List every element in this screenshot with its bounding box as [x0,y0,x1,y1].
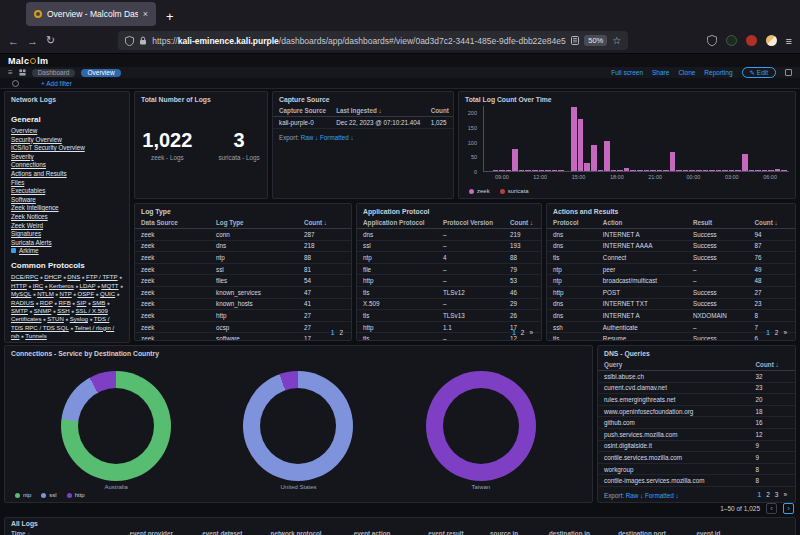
zeek-bar[interactable] [624,168,630,171]
column-header[interactable]: Count ↓ [504,217,541,229]
zeek-bar[interactable] [591,145,597,171]
page-button[interactable]: 1 [766,329,770,336]
sidebar-link[interactable]: OSPF [78,290,95,297]
table-row[interactable]: file–79 [357,263,541,275]
zeek-bar[interactable] [775,169,781,171]
zeek-bar[interactable] [709,170,715,171]
column-header[interactable]: network.protocol [265,528,348,535]
zeek-bar[interactable] [539,170,545,171]
sidebar-link[interactable]: Severity [11,153,123,162]
kali-extension-icon[interactable] [726,35,737,46]
table-row[interactable]: current.cvd.clamav.net23 [598,382,795,394]
column-header[interactable]: Count ↓ [298,217,351,229]
zeek-bar[interactable] [532,170,538,171]
table-row[interactable]: dnsINTERNET ANXDOMAIN8 [547,310,795,322]
forward-button[interactable]: → [27,35,38,47]
legend-item[interactable]: suricata [500,188,529,194]
export-raw-link[interactable]: Raw ↓ [301,134,319,141]
sidebar-link[interactable]: MySQL [11,290,31,297]
table-row[interactable]: rules.emergingthreats.net20 [598,394,795,406]
zeek-bar[interactable] [716,170,722,171]
zeek-bar[interactable] [512,149,518,171]
donut-chart[interactable] [243,371,353,481]
column-header[interactable]: Time ↓ [5,528,124,535]
bookmark-star-icon[interactable]: ☆ [612,35,621,46]
table-row[interactable]: zeekfiles54 [135,275,351,287]
sidebar-link[interactable]: Executables [11,187,123,196]
nav-menu-icon[interactable]: ≡ [8,68,13,77]
sidebar-link[interactable]: DHCP [44,273,61,280]
sidebar-link[interactable]: NTP [60,290,72,297]
table-row[interactable]: ntppeer–49 [547,263,795,275]
zeek-bar[interactable] [768,170,774,171]
column-header[interactable]: Last Ingested ↓ [330,105,425,117]
column-header[interactable]: event.result [422,528,484,535]
page-button[interactable]: 2 [775,329,779,336]
sidebar-link[interactable]: NTLM [37,290,54,297]
zeek-bar[interactable] [552,170,558,171]
zeek-bar[interactable] [525,170,531,171]
breadcrumb-dashboard[interactable]: Dashboard [32,69,76,77]
sidebar-link[interactable]: STUN [47,315,64,322]
zeek-bar[interactable] [604,141,610,171]
full-screen-link[interactable]: Full screen [611,69,643,76]
donut-chart[interactable] [61,371,171,481]
table-row[interactable]: ntp488 [357,252,541,264]
zeek-bar[interactable] [611,170,617,171]
table-row[interactable]: tlsTLSv1326 [357,310,541,322]
table-row[interactable]: zeekknown_hosts41 [135,298,351,310]
column-header[interactable]: Protocol [547,217,597,229]
back-button[interactable]: ← [8,35,19,47]
zeek-bar[interactable] [644,170,650,171]
zeek-bar[interactable] [755,170,761,171]
table-row[interactable]: tlsResumeSuccess6 [547,333,795,341]
zeek-bar[interactable] [558,170,564,171]
sidebar-link[interactable]: RFB [59,299,71,306]
table-row[interactable]: ntpbroadcast/multicast–48 [547,275,795,287]
page-button[interactable]: 2 [766,491,770,498]
table-row[interactable]: tlsTLSv1246 [357,286,541,298]
zeek-bar[interactable] [703,170,709,171]
filter-icon[interactable] [12,80,19,87]
zeek-bar[interactable] [650,170,656,171]
sidebar-link[interactable]: Software [11,196,123,205]
sidebar-link[interactable]: Security Overview [11,136,123,145]
table-row[interactable]: www.openinfosecfoundation.org18 [598,405,795,417]
column-header[interactable]: event.action [348,528,423,535]
column-header[interactable]: Log Type [210,217,298,229]
zeek-bar[interactable] [545,170,551,171]
sidebar-link[interactable]: SSH [57,307,70,314]
zeek-bar[interactable] [749,170,755,171]
sidebar-link[interactable]: SMTP [11,307,28,314]
zeek-bar[interactable] [735,170,741,171]
share-link[interactable]: Share [652,69,669,76]
shield-icon[interactable] [125,36,134,46]
table-row[interactable]: zeekocsp27 [135,321,351,333]
zeek-bar[interactable] [617,170,623,171]
export-formatted-link[interactable]: Formatted ↓ [645,492,679,499]
sidebar-link[interactable]: SNMP [34,307,52,314]
sidebar-link[interactable]: SIP [77,299,87,306]
table-row[interactable]: sslbl.abuse.ch32 [598,371,795,383]
arkime-link-row[interactable]: Arkime [11,247,123,254]
page-button[interactable]: 1 [512,329,516,336]
lock-icon[interactable] [139,36,147,45]
table-row[interactable]: zeekknown_services47 [135,286,351,298]
legend-item[interactable]: http [67,492,85,498]
table-row[interactable]: osint.digitalside.it9 [598,440,795,452]
reload-button[interactable]: ↻ [46,34,55,47]
sidebar-link[interactable]: Zeek Weird [11,222,123,231]
sidebar-link[interactable]: RADIUS [11,299,34,306]
zeek-bar[interactable] [519,170,525,171]
reader-view-icon[interactable] [571,36,579,45]
column-header[interactable]: destination.port [612,528,690,535]
table-row[interactable]: dnsINTERNET TXTSuccess23 [547,298,795,310]
sidebar-link[interactable]: Zeek Notices [11,213,123,222]
zeek-bar[interactable] [696,170,702,171]
column-header[interactable]: destination.ip [543,528,612,535]
sidebar-link[interactable]: Tunnels [25,332,46,339]
sidebar-link[interactable]: IRC [33,282,44,289]
sidebar-link[interactable]: Signatures [11,230,123,239]
prev-page-button[interactable]: ‹ [766,503,777,514]
sidebar-link[interactable]: Zeek Intelligence [11,204,123,213]
